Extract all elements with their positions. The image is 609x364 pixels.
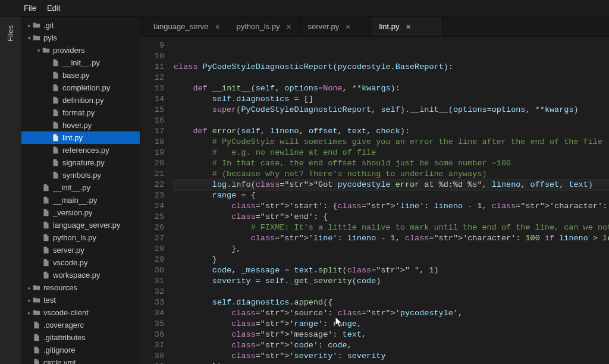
file-base-py[interactable]: base.py <box>21 69 140 81</box>
tab-label: python_ls.py <box>237 22 280 31</box>
tree-item-label: .gitignore <box>43 346 75 354</box>
code-line[interactable] <box>174 73 609 83</box>
code-line[interactable] <box>174 287 609 297</box>
menu-edit[interactable]: Edit <box>47 4 60 12</box>
file-language-server-py[interactable]: language_server.py <box>21 219 140 231</box>
file--gitignore[interactable]: .gitignore <box>21 344 140 356</box>
code-line[interactable]: def __init__(self, options=None, **kwarg… <box>174 83 609 94</box>
code-line[interactable]: }) <box>174 362 609 364</box>
folder-icon <box>32 296 40 305</box>
code-line[interactable]: range = { <box>174 190 609 201</box>
file-explorer: ▸.git▾pyls▾providers__init__.pybase.pyco… <box>21 17 140 364</box>
folder-icon <box>32 284 40 292</box>
folder--git[interactable]: ▸.git <box>21 19 140 32</box>
file-definition-py[interactable]: definition.py <box>21 94 140 106</box>
twisty-icon[interactable]: ▸ <box>26 297 32 303</box>
file-icon <box>51 84 59 92</box>
file-completion-py[interactable]: completion.py <box>21 81 140 94</box>
line-number: 11 <box>140 62 164 73</box>
code-line[interactable]: }, <box>174 244 609 255</box>
code-line[interactable] <box>174 40 609 51</box>
code-line[interactable]: self.diagnostics.append({ <box>174 297 609 308</box>
code-line[interactable] <box>174 51 609 62</box>
code-line[interactable]: class="str">'code': code, <box>174 340 609 351</box>
menu-file[interactable]: File <box>24 4 36 12</box>
line-number: 24 <box>140 201 164 212</box>
file-vscode-py[interactable]: vscode.py <box>21 256 140 269</box>
file--init-py[interactable]: __init__.py <box>21 181 140 194</box>
file-circle-yml[interactable]: circle.yml <box>21 356 140 364</box>
tree-item-label: completion.py <box>62 83 110 92</box>
code-line[interactable]: class="str">'line': lineno - 1, class="s… <box>174 233 609 244</box>
code-line[interactable] <box>174 115 609 126</box>
folder-providers[interactable]: ▾providers <box>21 44 140 57</box>
close-icon[interactable]: × <box>344 23 352 31</box>
code-line[interactable]: log.info(class="str">"Got pycodestyle er… <box>174 180 609 190</box>
tree-item-label: python_ls.py <box>53 233 96 242</box>
file-hover-py[interactable]: hover.py <box>21 119 140 131</box>
folder-test[interactable]: ▸test <box>21 294 140 306</box>
tab-server-py[interactable]: server.py× <box>300 17 371 36</box>
code-line[interactable]: class="str">'source': class="str">'pycod… <box>174 308 609 319</box>
code-line[interactable]: class="str">'range': range, <box>174 319 609 330</box>
file-icon <box>32 321 40 330</box>
folder-pyls[interactable]: ▾pyls <box>21 32 140 44</box>
code-line[interactable]: super(PyCodeStyleDiagnosticReport, self)… <box>174 105 609 115</box>
code-line[interactable]: severity = self._get_severity(code) <box>174 276 609 287</box>
code-line[interactable]: # e.g. no newline at end of file <box>174 148 609 158</box>
file-server-py[interactable]: server.py <box>21 244 140 256</box>
code-line[interactable]: # PyCodeStyle will sometimes give you an… <box>174 137 609 148</box>
twisty-icon[interactable]: ▸ <box>26 310 32 316</box>
twisty-icon[interactable]: ▾ <box>36 48 42 54</box>
code-line[interactable]: class="str">'start': {class="str">'line'… <box>174 201 609 212</box>
tab-python-ls-py[interactable]: python_ls.py× <box>228 17 300 36</box>
twisty-icon[interactable]: ▾ <box>26 35 32 41</box>
code-line[interactable]: class="str">'severity': severity <box>174 351 609 362</box>
line-number: 32 <box>140 287 164 297</box>
line-number: 37 <box>140 340 164 351</box>
file--init-py[interactable]: __init__.py <box>21 57 140 69</box>
file-icon <box>42 184 50 192</box>
folder-resources[interactable]: ▸resources <box>21 281 140 294</box>
file-icon <box>42 259 50 267</box>
file-signature-py[interactable]: signature.py <box>21 156 140 169</box>
code-content[interactable]: class PyCodeStyleDiagnosticReport(pycode… <box>170 37 609 364</box>
code-line[interactable]: self.diagnostics = [] <box>174 94 609 105</box>
file--gitattributes[interactable]: .gitattributes <box>21 331 140 344</box>
code-line[interactable]: class="str">'message': text, <box>174 330 609 340</box>
line-number: 26 <box>140 222 164 233</box>
file--version-py[interactable]: _version.py <box>21 206 140 219</box>
close-icon[interactable]: × <box>285 23 293 31</box>
file-format-py[interactable]: format.py <box>21 106 140 119</box>
file-lint-py[interactable]: lint.py <box>21 131 140 144</box>
line-number: 14 <box>140 94 164 105</box>
tree-item-label: definition.py <box>62 96 103 105</box>
tab-language-serve[interactable]: language_serve× <box>145 17 228 36</box>
editor: language_serve×python_ls.py×server.py×li… <box>140 17 609 364</box>
file-symbols-py[interactable]: symbols.py <box>21 169 140 181</box>
close-icon[interactable]: × <box>214 23 222 31</box>
code-line[interactable]: # (because why not? There's nothing to u… <box>174 169 609 180</box>
code-line[interactable]: } <box>174 255 609 265</box>
tree-item-label: __main__.py <box>53 196 97 205</box>
twisty-icon[interactable]: ▸ <box>26 23 32 29</box>
code-line[interactable]: code, _message = text.split(class="str">… <box>174 265 609 276</box>
code-line[interactable]: def error(self, lineno, offset, text, ch… <box>174 126 609 137</box>
folder-vscode-client[interactable]: ▸vscode-client <box>21 306 140 319</box>
twisty-icon[interactable]: ▸ <box>26 285 32 291</box>
code-line[interactable]: class="str">'end': { <box>174 212 609 222</box>
file-references-py[interactable]: references.py <box>21 144 140 156</box>
file--main-py[interactable]: __main__.py <box>21 194 140 206</box>
file-workspace-py[interactable]: workspace.py <box>21 269 140 281</box>
close-icon[interactable]: × <box>404 23 413 31</box>
activity-files[interactable]: Files <box>7 21 15 45</box>
tab-label: language_serve <box>153 22 209 31</box>
code-line[interactable]: # In that case, the end offset should ju… <box>174 158 609 169</box>
file-python-ls-py[interactable]: python_ls.py <box>21 231 140 244</box>
code-line[interactable]: class PyCodeStyleDiagnosticReport(pycode… <box>174 62 609 73</box>
file-icon <box>51 71 59 80</box>
file--coveragerc[interactable]: .coveragerc <box>21 319 140 331</box>
tree-item-label: __init__.py <box>53 183 90 192</box>
tab-lint-py[interactable]: lint.py× <box>371 17 442 36</box>
code-line[interactable]: # FIXME: It's a little naiive to mark un… <box>174 222 609 233</box>
